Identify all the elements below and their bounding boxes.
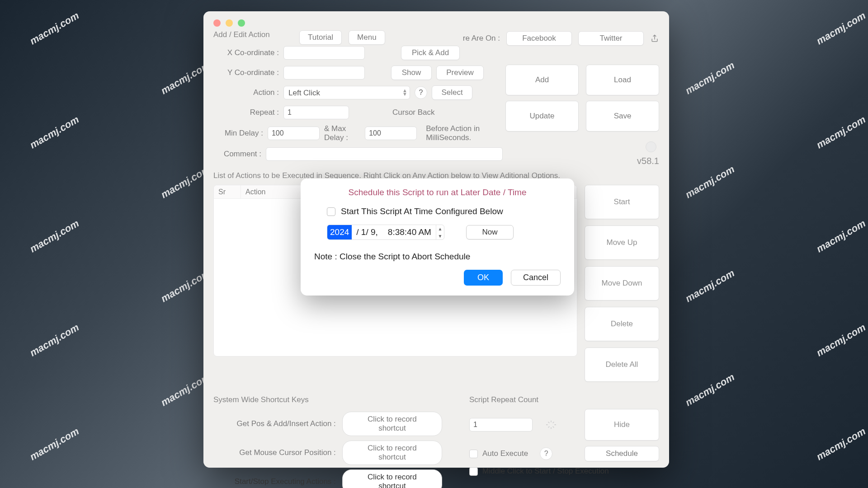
load-button[interactable]: Load: [586, 65, 659, 95]
minimize-window-button[interactable]: [226, 19, 233, 27]
add-button[interactable]: Add: [505, 65, 579, 95]
start-stop-label: Start/Stop Executing Actions :: [213, 477, 336, 486]
cursor-back-label: Cursor Back: [392, 108, 435, 117]
version-label: v58.1: [637, 156, 659, 166]
are-on-label: re Are On :: [463, 34, 500, 43]
tutorial-button[interactable]: Tutorial: [299, 30, 342, 45]
show-button[interactable]: Show: [391, 66, 432, 80]
middle-click-label: Middle Click to Start / Stop Execution: [482, 467, 609, 476]
record-shortcut-3[interactable]: Click to record shortcut: [342, 469, 442, 488]
toggle-switch[interactable]: [646, 141, 656, 152]
start-button[interactable]: Start: [585, 185, 659, 219]
get-mouse-label: Get Mouse Cursor Position :: [213, 448, 336, 457]
comment-input[interactable]: [266, 147, 503, 161]
max-delay-input[interactable]: [365, 127, 417, 140]
hide-button[interactable]: Hide: [585, 409, 659, 441]
delete-button[interactable]: Delete: [585, 307, 659, 341]
update-button[interactable]: Update: [505, 101, 579, 131]
datetime-field[interactable]: 2024 / 1/ 9, 8:38:40 AM ▲ ▼: [327, 225, 444, 240]
ok-button[interactable]: OK: [464, 270, 503, 286]
start-script-label: Start This Script At Time Configured Bel…: [341, 206, 503, 216]
pick-add-button[interactable]: Pick & Add: [401, 46, 460, 60]
stepper-up-icon[interactable]: ▲: [436, 225, 444, 232]
max-delay-label: & Max Delay :: [324, 124, 360, 142]
record-shortcut-1[interactable]: Click to record shortcut: [342, 412, 442, 436]
schedule-button[interactable]: Schedule: [585, 446, 659, 461]
before-action-label: Before Action in MilliSeconds.: [426, 124, 503, 142]
stepper-down-icon[interactable]: ▼: [436, 232, 444, 239]
action-select[interactable]: Left Click: [283, 86, 410, 99]
start-script-checkbox[interactable]: [327, 207, 335, 216]
auto-execute-help-button[interactable]: ?: [540, 447, 552, 460]
table-header-sr: Sr: [214, 185, 241, 198]
comment-label: Comment :: [213, 150, 261, 159]
select-button[interactable]: Select: [432, 85, 472, 100]
datetime-stepper[interactable]: ▲ ▼: [436, 225, 444, 239]
preview-button[interactable]: Preview: [436, 66, 484, 80]
spinner-icon: [546, 420, 556, 430]
repeat-input[interactable]: [283, 106, 349, 119]
auto-execute-checkbox[interactable]: [469, 450, 478, 458]
save-button[interactable]: Save: [586, 101, 659, 131]
zoom-window-button[interactable]: [238, 19, 245, 27]
action-label: Action :: [213, 88, 279, 97]
y-coord-label: Y Co-ordinate :: [213, 68, 279, 77]
time-value[interactable]: 8:38:40 AM: [388, 227, 431, 237]
record-shortcut-2[interactable]: Click to record shortcut: [342, 441, 442, 465]
repeat-count-label: Script Repeat Count: [469, 395, 659, 404]
repeat-label: Repeat :: [213, 108, 279, 117]
shortcuts-title: System Wide Shortcut Keys: [213, 395, 442, 404]
middle-click-checkbox[interactable]: [469, 467, 478, 476]
delete-all-button[interactable]: Delete All: [585, 347, 659, 382]
modal-title: Schedule this Script to run at Later Dat…: [314, 188, 561, 197]
traffic-lights: [213, 19, 659, 27]
x-coord-label: X Co-ordinate :: [213, 48, 279, 57]
x-coord-input[interactable]: [283, 46, 365, 60]
twitter-button[interactable]: Twitter: [578, 31, 644, 46]
move-up-button[interactable]: Move Up: [585, 225, 659, 260]
modal-note: Note : Close the Script to Abort Schedul…: [314, 252, 561, 262]
year-value[interactable]: 2024: [327, 225, 352, 239]
min-delay-label: Min Delay :: [213, 129, 263, 138]
auto-execute-label: Auto Execute: [482, 449, 528, 458]
date-value[interactable]: / 1/ 9,: [356, 227, 378, 237]
repeat-count-input[interactable]: [469, 418, 533, 432]
schedule-modal: Schedule this Script to run at Later Dat…: [301, 178, 574, 296]
facebook-button[interactable]: Facebook: [506, 31, 572, 46]
get-pos-label: Get Pos & Add/Insert Action :: [213, 419, 336, 428]
y-coord-input[interactable]: [283, 66, 365, 80]
move-down-button[interactable]: Move Down: [585, 266, 659, 300]
cancel-button[interactable]: Cancel: [511, 270, 561, 286]
min-delay-input[interactable]: [268, 127, 320, 140]
share-icon[interactable]: [650, 33, 659, 43]
close-window-button[interactable]: [213, 19, 221, 27]
now-button[interactable]: Now: [466, 225, 514, 239]
action-help-button[interactable]: ?: [415, 86, 427, 99]
menu-button[interactable]: Menu: [349, 30, 385, 45]
